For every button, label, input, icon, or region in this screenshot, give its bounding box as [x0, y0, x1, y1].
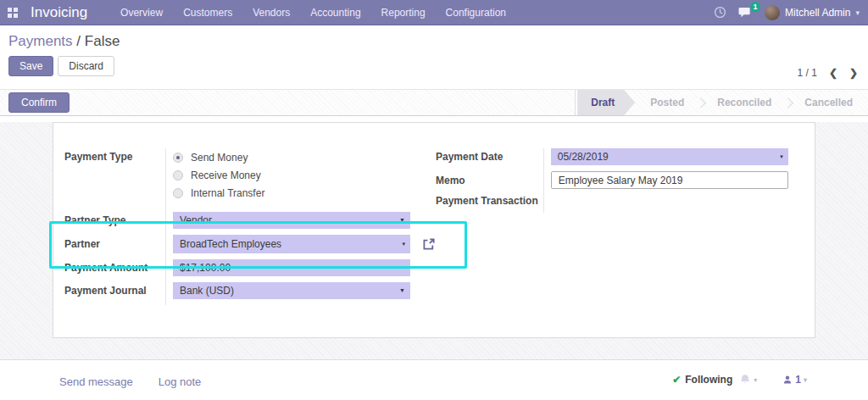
payment-type-label: Payment Type [64, 148, 166, 212]
grid-icon [8, 8, 18, 18]
user-avatar [765, 5, 780, 20]
external-link-icon[interactable] [421, 237, 436, 252]
confirm-button[interactable]: Confirm [8, 92, 70, 113]
payment-amount-label: Payment Amount [64, 259, 166, 282]
form-right-group: Payment Date 05/28/2019 ▾ Memo Payment T… [436, 148, 788, 213]
status-step-reconciled[interactable]: Reconciled [702, 90, 787, 115]
following-label: Following [685, 374, 732, 386]
top-navbar: Invoicing Overview Customers Vendors Acc… [0, 0, 868, 25]
pager-value: 1 / 1 [798, 67, 817, 79]
radio-icon [173, 170, 183, 181]
status-step-posted[interactable]: Posted [635, 90, 699, 115]
status-steps: Draft Posted Reconciled Cancelled [575, 90, 868, 115]
log-note-link[interactable]: Log note [159, 375, 202, 388]
radio-receive-money[interactable]: Receive Money [173, 166, 436, 184]
select-caret-icon: ▼ [399, 282, 405, 299]
statusbar: Confirm Draft Posted Reconciled Cancelle… [0, 89, 868, 116]
select-caret-icon: ▼ [399, 212, 405, 229]
partner-value: BroadTech Employees [180, 238, 281, 250]
payment-transaction-label: Payment Transaction [436, 195, 544, 213]
payment-date-value: 05/28/2019 [558, 151, 609, 163]
radio-icon [173, 188, 183, 198]
radio-receive-money-label: Receive Money [191, 169, 261, 181]
user-menu[interactable]: Mitchell Admin ▾ [765, 5, 860, 20]
partner-type-value: Vendor [180, 214, 212, 226]
payment-date-select[interactable]: 05/28/2019 ▾ [551, 148, 788, 165]
radio-icon [173, 153, 183, 163]
partner-type-select[interactable]: Vendor ▼ [173, 212, 410, 229]
partner-label: Partner [64, 235, 166, 259]
payment-date-label: Payment Date [436, 148, 544, 171]
pager: 1 / 1 ❮ ❯ [798, 67, 858, 79]
status-step-cancelled[interactable]: Cancelled [789, 90, 868, 115]
messages-badge: 1 [750, 2, 760, 12]
menu-item-accounting[interactable]: Accounting [301, 0, 370, 26]
breadcrumb-current: False [85, 33, 120, 49]
control-panel: Payments / False Save Discard 1 / 1 ❮ ❯ [0, 33, 868, 89]
person-icon [782, 375, 793, 385]
form-left-group: Payment Type Send Money Receive Money In… [64, 148, 436, 305]
send-message-link[interactable]: Send message [59, 375, 133, 388]
radio-send-money-label: Send Money [191, 152, 248, 164]
app-title: Invoicing [31, 4, 87, 21]
select-caret-icon: ▾ [780, 148, 783, 165]
memo-input[interactable] [551, 171, 788, 189]
status-step-draft[interactable]: Draft [577, 90, 635, 115]
main-menu: Overview Customers Vendors Accounting Re… [111, 0, 515, 26]
payment-transaction-field[interactable] [544, 195, 788, 213]
following-button[interactable]: ✔ Following [672, 374, 732, 386]
menu-item-overview[interactable]: Overview [111, 0, 172, 26]
chevron-down-icon: ▾ [804, 376, 807, 384]
payment-journal-value: Bank (USD) [180, 285, 234, 297]
pager-next-icon[interactable]: ❯ [849, 67, 858, 79]
menu-item-vendors[interactable]: Vendors [243, 0, 299, 26]
menu-item-customers[interactable]: Customers [174, 0, 242, 26]
form-sheet: Payment Type Send Money Receive Money In… [53, 122, 815, 338]
select-caret-icon: ▾ [402, 235, 405, 253]
apps-menu-icon[interactable] [0, 0, 25, 25]
check-icon: ✔ [672, 374, 681, 386]
activities-clock-icon[interactable] [714, 6, 726, 19]
bell-icon [739, 374, 751, 386]
radio-send-money[interactable]: Send Money [173, 148, 436, 166]
breadcrumb-separator: / [76, 33, 81, 49]
chatter: Send message Log note ✔ Following ▾ 1 ▾ … [0, 359, 868, 400]
notification-bell-button[interactable]: ▾ [739, 374, 757, 386]
discard-button[interactable]: Discard [58, 56, 114, 76]
chevron-down-icon: ▾ [855, 8, 860, 17]
payment-journal-label: Payment Journal [64, 282, 166, 305]
menu-item-reporting[interactable]: Reporting [372, 0, 435, 26]
pager-previous-icon[interactable]: ❮ [829, 67, 837, 79]
save-button[interactable]: Save [8, 56, 53, 76]
breadcrumb: Payments / False [8, 33, 868, 50]
messages-icon[interactable]: 1 [738, 6, 753, 19]
chevron-down-icon: ▾ [754, 376, 757, 384]
payment-journal-select[interactable]: Bank (USD) ▼ [173, 282, 410, 299]
partner-select[interactable]: BroadTech Employees ▾ [173, 235, 410, 253]
memo-label: Memo [436, 171, 544, 195]
radio-internal-transfer[interactable]: Internal Transfer [173, 184, 436, 202]
menu-item-configuration[interactable]: Configuration [437, 0, 515, 26]
user-name: Mitchell Admin [785, 7, 850, 19]
form-background: Payment Type Send Money Receive Money In… [0, 122, 868, 359]
radio-internal-transfer-label: Internal Transfer [191, 187, 264, 199]
followers-count: 1 [795, 374, 801, 386]
followers-button[interactable]: 1 ▾ [782, 374, 807, 386]
partner-type-label: Partner Type [64, 212, 166, 235]
breadcrumb-payments-link[interactable]: Payments [8, 33, 73, 49]
payment-amount-input[interactable] [173, 259, 410, 276]
